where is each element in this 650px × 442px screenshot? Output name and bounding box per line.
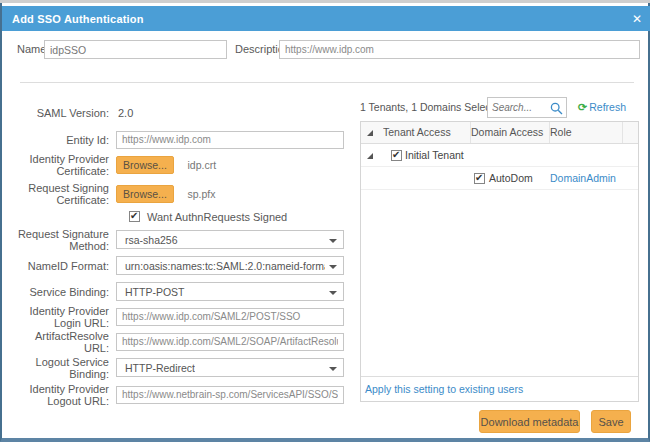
column-header-domain-access: Domain Access <box>471 122 550 143</box>
grid-empty-area <box>361 190 638 376</box>
dialog-titlebar: Add SSO Authentication ✕ <box>2 6 650 31</box>
column-header-tenant-access: Tenant Access <box>383 122 471 143</box>
signing-certificate-filename: sp.pfx <box>187 188 215 200</box>
service-binding-row: Service Binding: HTTP-POST <box>10 282 352 301</box>
entity-id-input[interactable] <box>116 131 344 149</box>
chevron-down-icon <box>329 291 337 295</box>
download-metadata-button[interactable]: Download metadata <box>479 410 580 433</box>
section-separator <box>20 82 634 83</box>
column-header-role: Role <box>550 122 623 143</box>
collapse-row-icon[interactable] <box>361 144 383 167</box>
want-authn-label: Want AuthnRequests Signed <box>147 211 287 223</box>
nameid-format-label: NameID Format: <box>10 260 116 272</box>
idp-login-url-input[interactable] <box>116 308 344 326</box>
role-link[interactable]: DomainAdmin <box>550 172 616 184</box>
domain-name: AutoDom <box>489 172 533 184</box>
apply-strip: Apply this setting to existing users <box>361 376 638 401</box>
entity-id-row: Entity Id: <box>10 130 352 149</box>
signing-certificate-row: Request Signing Certificate: Browse... s… <box>10 184 352 203</box>
entity-id-label: Entity Id: <box>10 134 116 146</box>
signature-method-label: Request Signature Method: <box>10 228 116 252</box>
service-binding-label: Service Binding: <box>10 286 116 298</box>
domain-checkbox[interactable] <box>474 173 485 184</box>
nameid-format-dropdown[interactable]: urn:oasis:names:tc:SAML:2.0:nameid-forma… <box>116 256 344 275</box>
name-input[interactable] <box>44 40 227 59</box>
saml-version-row: SAML Version: 2.0 <box>10 103 352 122</box>
idp-certificate-label: Identity Provider Certificate: <box>10 153 116 177</box>
service-binding-dropdown[interactable]: HTTP-POST <box>116 282 344 301</box>
grid-header: Tenant Access Domain Access Role <box>361 122 638 144</box>
idp-logout-url-label: Identity Provider Logout URL: <box>10 383 116 407</box>
signing-certificate-label: Request Signing Certificate: <box>10 182 116 206</box>
idp-logout-url-input[interactable] <box>116 386 344 404</box>
idp-logout-url-row: Identity Provider Logout URL: <box>10 385 352 404</box>
idp-certificate-filename: idp.crt <box>187 159 216 171</box>
idp-certificate-row: Identity Provider Certificate: Browse...… <box>10 155 352 174</box>
apply-settings-link[interactable]: Apply this setting to existing users <box>365 383 523 395</box>
tenant-name: Initial Tenant <box>405 149 464 161</box>
column-header-spacer <box>623 122 638 143</box>
chevron-down-icon <box>329 265 337 269</box>
artifact-resolve-url-row: ArtifactResolve URL: <box>10 332 352 351</box>
tenant-row: Initial Tenant <box>361 144 638 167</box>
chevron-down-icon <box>329 239 337 243</box>
domain-row: AutoDom DomainAdmin <box>361 167 638 190</box>
idp-login-url-label: Identity Provider Login URL: <box>10 305 116 329</box>
refresh-link[interactable]: ⟳Refresh <box>578 101 626 114</box>
add-sso-dialog: Add SSO Authentication ✕ Name: Descripti… <box>0 3 650 442</box>
add-sso-dialog-screen: Add SSO Authentication ✕ Name: Descripti… <box>0 0 650 442</box>
close-icon[interactable]: ✕ <box>632 13 642 25</box>
saml-version-value: 2.0 <box>116 107 133 119</box>
selection-summary: 1 Tenants, 1 Domains Selected <box>360 101 505 113</box>
want-authn-checkbox[interactable] <box>129 211 140 222</box>
saml-version-label: SAML Version: <box>10 107 116 119</box>
collapse-all-icon[interactable] <box>361 122 383 143</box>
signing-certificate-browse-button[interactable]: Browse... <box>116 185 174 203</box>
search-icon[interactable] <box>550 101 563 119</box>
name-description-row: Name: Description: <box>2 39 650 61</box>
signature-method-row: Request Signature Method: rsa-sha256 <box>10 230 352 249</box>
artifact-resolve-url-label: ArtifactResolve URL: <box>10 330 116 354</box>
search-input[interactable] <box>488 98 548 117</box>
idp-login-url-row: Identity Provider Login URL: <box>10 307 352 326</box>
artifact-resolve-url-input[interactable] <box>116 333 344 351</box>
logout-binding-row: Logout Service Binding: HTTP-Redirect <box>10 358 352 377</box>
refresh-icon: ⟳ <box>578 101 587 113</box>
description-input[interactable] <box>279 40 640 59</box>
idp-certificate-browse-button[interactable]: Browse... <box>116 156 174 174</box>
signature-method-dropdown[interactable]: rsa-sha256 <box>116 230 344 249</box>
logout-binding-label: Logout Service Binding: <box>10 356 116 380</box>
tenant-domain-grid: Tenant Access Domain Access Role Initial… <box>360 121 639 402</box>
search-box <box>487 97 567 118</box>
nameid-format-row: NameID Format: urn:oasis:names:tc:SAML:2… <box>10 256 352 275</box>
tenant-checkbox[interactable] <box>391 150 402 161</box>
chevron-down-icon <box>329 367 337 371</box>
dialog-title: Add SSO Authentication <box>12 13 144 25</box>
logout-binding-dropdown[interactable]: HTTP-Redirect <box>116 358 344 377</box>
save-button[interactable]: Save <box>591 410 631 433</box>
